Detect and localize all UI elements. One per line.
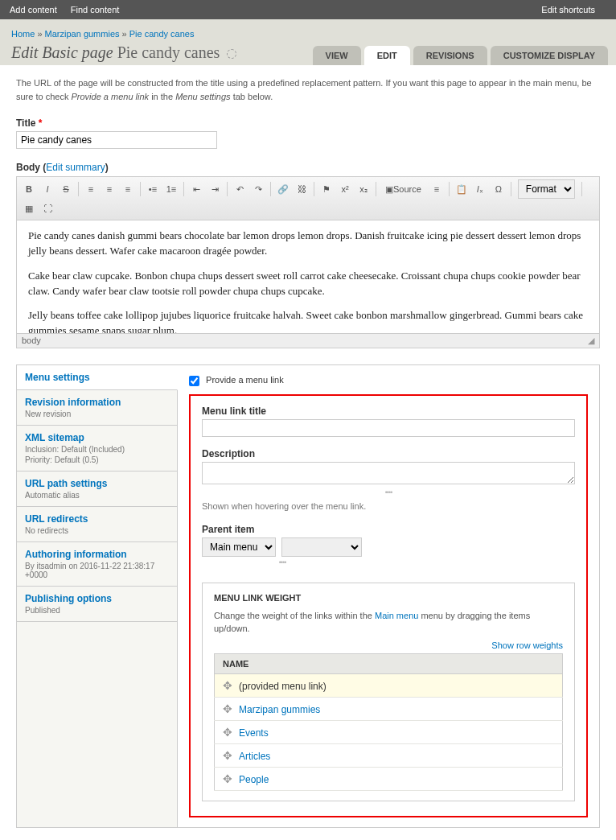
title-input[interactable]	[16, 131, 217, 149]
menu-item-link[interactable]: Marzipan gummies	[239, 704, 320, 715]
editor-toolbar: B I S ≡ ≡ ≡ •≡ 1≡ ⇤ ⇥ ↶ ↷ 🔗 ⛓ ⚑ x² x₂ ▣ …	[17, 177, 599, 220]
undo-icon[interactable]: ↶	[231, 180, 248, 198]
vtab-authoring[interactable]: Authoring informationBy itsadmin on 2016…	[17, 542, 177, 587]
weight-table: NAME ✥(provided menu link)✥Marzipan gumm…	[214, 653, 563, 791]
parent-item-select-2[interactable]	[281, 537, 362, 557]
wysiwyg-editor: B I S ≡ ≡ ≡ •≡ 1≡ ⇤ ⇥ ↶ ↷ 🔗 ⛓ ⚑ x² x₂ ▣ …	[16, 176, 600, 348]
vtab-menu-settings[interactable]: Menu settings	[17, 365, 178, 390]
vtab-url-redirects[interactable]: URL redirectsNo redirects	[17, 507, 177, 542]
source-button[interactable]: ▣ Source	[380, 180, 427, 198]
parent-item-label: Parent item	[202, 524, 575, 535]
show-row-weights-link[interactable]: Show row weights	[491, 640, 563, 650]
flag-icon[interactable]: ⚑	[318, 180, 335, 198]
col-name: NAME	[215, 653, 563, 673]
paste-icon[interactable]: 📋	[453, 180, 470, 198]
breadcrumb-home[interactable]: Home	[11, 29, 35, 39]
editor-body[interactable]: Pie candy canes danish gummi bears choco…	[17, 220, 599, 333]
menu-item-link[interactable]: Articles	[239, 751, 270, 762]
provide-menu-link-label: Provide a menu link	[206, 375, 284, 385]
redo-icon[interactable]: ↷	[249, 180, 267, 198]
editor-footer: body ◢	[17, 333, 599, 348]
description-textarea[interactable]	[202, 462, 575, 484]
menu-link-title-label: Menu link title	[202, 406, 575, 417]
format-icon[interactable]: ≡	[428, 180, 446, 198]
edit-summary-link[interactable]: Edit summary	[46, 162, 105, 173]
vtab-url-path[interactable]: URL path settingsAutomatic alias	[17, 471, 177, 507]
highlighted-region: Menu link title Description •••• Shown w…	[189, 394, 588, 817]
select-resize-icon[interactable]: ••••	[202, 558, 363, 566]
table-row[interactable]: ✥Events	[215, 720, 563, 743]
number-list-icon[interactable]: 1≡	[162, 180, 180, 198]
tab-edit[interactable]: EDIT	[364, 46, 410, 65]
primary-tabs: VIEW EDIT REVISIONS CUSTOMIZE DISPLAY	[313, 46, 608, 65]
title-label: Title *	[16, 117, 600, 129]
superscript-icon[interactable]: x²	[336, 180, 354, 198]
provide-menu-link-checkbox[interactable]	[189, 376, 199, 386]
vtab-publishing[interactable]: Publishing optionsPublished	[17, 587, 177, 622]
table-icon[interactable]: ▦	[20, 200, 38, 217]
unlink-icon[interactable]: ⛓	[293, 180, 310, 198]
help-text: The URL of the page will be constructed …	[16, 76, 600, 103]
gear-icon[interactable]	[227, 49, 236, 59]
weight-legend: MENU LINK WEIGHT	[214, 593, 563, 603]
menu-item-link[interactable]: People	[239, 774, 269, 785]
drag-handle-icon[interactable]: ✥	[223, 749, 232, 762]
italic-icon[interactable]: I	[39, 180, 56, 198]
breadcrumb-parent[interactable]: Marzipan gummies	[45, 29, 120, 39]
table-row[interactable]: ✥Articles	[215, 743, 563, 767]
align-center-icon[interactable]: ≡	[101, 180, 118, 198]
bullet-list-icon[interactable]: •≡	[144, 180, 162, 198]
table-row[interactable]: ✥(provided menu link)	[215, 673, 563, 697]
vertical-tabs-list: Menu settings Revision informationNew re…	[17, 365, 178, 827]
required-mark: *	[39, 117, 43, 129]
breadcrumb-current[interactable]: Pie candy canes	[129, 29, 195, 39]
strike-icon[interactable]: S	[57, 180, 75, 198]
link-icon[interactable]: 🔗	[274, 180, 292, 198]
content-area: The URL of the page will be constructed …	[0, 65, 616, 839]
menu-item-link[interactable]: Events	[239, 727, 269, 739]
drag-handle-icon[interactable]: ✥	[223, 679, 232, 692]
resize-grip-icon[interactable]: ◢	[588, 336, 594, 346]
vtab-xml-sitemap[interactable]: XML sitemapInclusion: Default (Included)…	[17, 426, 177, 471]
tab-customize-display[interactable]: CUSTOMIZE DISPLAY	[491, 46, 608, 65]
toolbar-add-content[interactable]: Add content	[10, 5, 57, 14]
description-help: Shown when hovering over the menu link.	[202, 501, 575, 511]
remove-format-icon[interactable]: Iₓ	[471, 180, 489, 198]
menu-settings-pane: Provide a menu link Menu link title Desc…	[178, 365, 599, 827]
description-label: Description	[202, 448, 575, 459]
vertical-tabs: Menu settings Revision informationNew re…	[16, 364, 600, 828]
drag-handle-icon[interactable]: ✥	[223, 772, 232, 785]
main-menu-link[interactable]: Main menu	[375, 611, 418, 620]
outdent-icon[interactable]: ⇤	[187, 180, 205, 198]
subscript-icon[interactable]: x₂	[355, 180, 372, 198]
indent-icon[interactable]: ⇥	[206, 180, 224, 198]
bold-icon[interactable]: B	[20, 180, 38, 198]
format-select[interactable]: Format	[518, 179, 575, 199]
weight-description: Change the weight of the links within th…	[214, 609, 563, 636]
align-left-icon[interactable]: ≡	[82, 180, 100, 198]
menu-item-label: (provided menu link)	[239, 681, 326, 692]
body-label: Body (Edit summary)	[16, 162, 600, 173]
drag-handle-icon[interactable]: ✥	[223, 726, 232, 739]
tab-view[interactable]: VIEW	[313, 46, 361, 65]
table-row[interactable]: ✥Marzipan gummies	[215, 697, 563, 720]
toolbar-edit-shortcuts[interactable]: Edit shortcuts	[541, 5, 595, 14]
menu-link-weight-fieldset: MENU LINK WEIGHT Change the weight of th…	[202, 583, 575, 801]
align-right-icon[interactable]: ≡	[119, 180, 137, 198]
parent-item-select[interactable]: Main menu	[202, 537, 276, 557]
maximize-icon[interactable]: ⛶	[39, 200, 56, 217]
breadcrumb: Home » Marzipan gummies » Pie candy cane…	[11, 29, 605, 39]
menu-link-title-input[interactable]	[202, 419, 575, 437]
table-row[interactable]: ✥People	[215, 767, 563, 790]
tab-revisions[interactable]: REVISIONS	[413, 46, 487, 65]
drag-handle-icon[interactable]: ✥	[223, 702, 232, 715]
textarea-resize-icon[interactable]: ••••	[202, 488, 575, 496]
vtab-revision-info[interactable]: Revision informationNew revision	[17, 390, 177, 426]
page-header: Home » Marzipan gummies » Pie candy cane…	[0, 19, 616, 65]
toolbar-find-content[interactable]: Find content	[71, 5, 120, 14]
omega-icon[interactable]: Ω	[490, 180, 507, 198]
admin-toolbar: Add content Find content Edit shortcuts	[0, 0, 616, 19]
